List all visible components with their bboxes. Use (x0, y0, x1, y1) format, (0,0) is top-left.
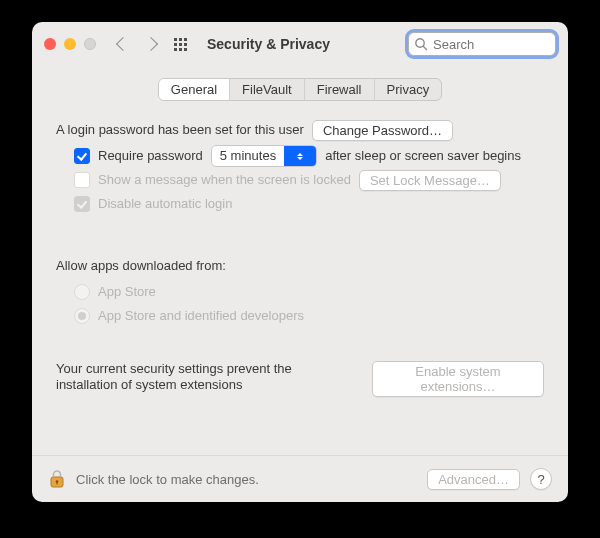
allow-identified-row: App Store and identified developers (74, 305, 544, 327)
advanced-button: Advanced… (427, 469, 520, 490)
search-input[interactable] (408, 32, 556, 56)
prefs-window: Security & Privacy General FileVault Fir… (32, 22, 568, 502)
enable-system-extensions-button: Enable system extensions… (372, 361, 544, 397)
login-password-label: A login password has been set for this u… (56, 119, 304, 141)
tab-bar: General FileVault Firewall Privacy (56, 78, 544, 101)
radio-app-store (74, 284, 90, 300)
system-extensions-row: Your current security settings prevent t… (56, 361, 544, 397)
close-icon[interactable] (44, 38, 56, 50)
tab-privacy[interactable]: Privacy (374, 79, 442, 100)
show-all-icon[interactable] (174, 38, 187, 51)
back-button[interactable] (116, 37, 130, 51)
show-message-row: Show a message when the screen is locked… (74, 169, 544, 191)
stepper-icon (284, 146, 316, 166)
show-message-checkbox (74, 172, 90, 188)
require-password-delay-select[interactable]: 5 minutes (211, 145, 317, 167)
change-password-button[interactable]: Change Password… (312, 120, 453, 141)
footer: Click the lock to make changes. Advanced… (32, 455, 568, 502)
tab-general[interactable]: General (159, 79, 229, 100)
require-password-label-a: Require password (98, 145, 203, 167)
titlebar: Security & Privacy (32, 22, 568, 66)
minimize-icon[interactable] (64, 38, 76, 50)
allow-apps-section: Allow apps downloaded from: App Store Ap… (56, 255, 544, 327)
set-lock-message-button: Set Lock Message… (359, 170, 501, 191)
disable-autologin-row: Disable automatic login (74, 193, 544, 215)
require-password-checkbox[interactable] (74, 148, 90, 164)
lock-hint-text: Click the lock to make changes. (76, 472, 259, 487)
content-area: General FileVault Firewall Privacy A log… (32, 66, 568, 397)
tab-firewall[interactable]: Firewall (304, 79, 374, 100)
radio-app-store-label: App Store (98, 281, 156, 303)
allow-apps-heading: Allow apps downloaded from: (56, 255, 226, 277)
system-extensions-text: Your current security settings prevent t… (56, 361, 356, 393)
require-password-row: Require password 5 minutes after sleep o… (74, 145, 544, 167)
lock-icon[interactable] (48, 469, 66, 489)
require-password-label-b: after sleep or screen saver begins (325, 145, 521, 167)
show-message-label: Show a message when the screen is locked (98, 169, 351, 191)
svg-rect-4 (56, 482, 57, 484)
search-icon (414, 37, 428, 51)
radio-identified-devs-label: App Store and identified developers (98, 305, 304, 327)
radio-identified-devs (74, 308, 90, 324)
nav-buttons (118, 39, 156, 49)
search-field[interactable] (408, 32, 556, 56)
forward-button[interactable] (144, 37, 158, 51)
login-password-row: A login password has been set for this u… (56, 119, 544, 141)
disable-autologin-checkbox (74, 196, 90, 212)
svg-line-1 (423, 46, 426, 49)
zoom-icon (84, 38, 96, 50)
disable-autologin-label: Disable automatic login (98, 193, 232, 215)
window-controls (44, 38, 96, 50)
allow-appstore-row: App Store (74, 281, 544, 303)
tab-filevault[interactable]: FileVault (229, 79, 304, 100)
window-title: Security & Privacy (207, 36, 330, 52)
require-password-delay-value: 5 minutes (212, 145, 284, 167)
help-button[interactable]: ? (530, 468, 552, 490)
